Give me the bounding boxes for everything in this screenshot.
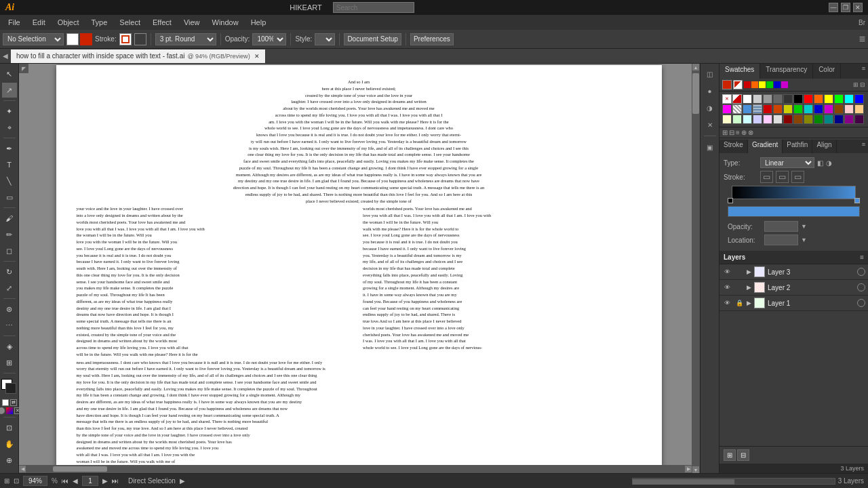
v-scroll-thumb[interactable] [692, 73, 699, 114]
bridge-btn[interactable]: Br [859, 19, 865, 26]
swatch-d13[interactable] [743, 115, 752, 124]
panel-toggle[interactable]: ≡ [859, 33, 865, 45]
mesh-tool[interactable]: ⊞ [2, 355, 17, 370]
main-tab[interactable]: how to fill a character with inside spac… [11, 49, 266, 63]
layer-2-lock[interactable]: 🔒 [734, 283, 744, 292]
collapse-icon[interactable]: ◀ [3, 52, 8, 60]
swatch-d11[interactable] [722, 115, 732, 124]
swatch-blue[interactable] [774, 81, 781, 88]
swatch-e6[interactable] [834, 115, 844, 124]
menu-file[interactable]: File [3, 17, 26, 28]
selection-dropdown[interactable]: No Selection [3, 33, 64, 45]
gradient-type-icon-2[interactable]: ◑ [826, 159, 832, 167]
color-panel-btn[interactable]: ● [703, 83, 717, 98]
panel-menu-btn[interactable]: ≡ [859, 64, 868, 79]
swatch-40[interactable] [763, 94, 772, 104]
minimize-button[interactable]: — [829, 3, 838, 12]
layer-2-eye[interactable]: 👁 [722, 283, 732, 292]
menu-window[interactable]: Window [207, 17, 244, 28]
location-arrow[interactable]: ▼ [801, 237, 807, 243]
page-input[interactable] [82, 476, 98, 486]
fill-color[interactable] [66, 33, 79, 45]
layer-row-2[interactable]: 👁 🔒 ▶ Layer 2 [719, 280, 868, 296]
swatch-c7[interactable] [722, 104, 732, 114]
swatch-icon-1[interactable] [733, 80, 743, 89]
nav-prev[interactable]: ◀ [73, 477, 78, 485]
location-input[interactable] [764, 235, 798, 245]
rotate-tool[interactable]: ↻ [2, 264, 17, 279]
swatches-tab[interactable]: Swatches [719, 64, 760, 79]
nav-first[interactable]: ⏮ [62, 477, 68, 485]
color-mode[interactable] [0, 407, 5, 414]
scroll-corner[interactable]: ◤ [19, 64, 28, 73]
search-input[interactable] [333, 2, 414, 13]
layer-3-lock[interactable]: 🔒 [734, 267, 744, 277]
swatch-action-5[interactable]: ⊗ [748, 129, 753, 136]
swatch-e7[interactable] [844, 115, 854, 124]
opacity-select[interactable]: 100% [252, 33, 286, 45]
pencil-tool[interactable]: ✏ [2, 227, 17, 242]
swatch-80[interactable] [783, 94, 793, 104]
status-arrow[interactable]: ▶ [180, 477, 185, 485]
gradient-tab[interactable]: Gradient [748, 140, 783, 153]
opacity-arrow[interactable]: ▼ [801, 223, 807, 230]
stroke-panel-menu[interactable]: ≡ [859, 140, 868, 153]
swatch-d1[interactable] [763, 104, 772, 114]
nav-next[interactable]: ▶ [102, 477, 108, 485]
paintbrush-tool[interactable]: 🖌 [2, 211, 17, 226]
swatch-color-1[interactable] [722, 80, 732, 89]
gradient-type-icon-1[interactable]: ◧ [817, 159, 823, 167]
hand-tool[interactable]: ✋ [2, 436, 17, 451]
transparency-tab[interactable]: Transparency [760, 64, 813, 79]
swatch-none[interactable]: ✕ [722, 94, 732, 104]
layer-row-3[interactable]: 👁 🔒 ▶ Layer 3 [719, 264, 868, 280]
style-select[interactable] [315, 33, 335, 45]
swatch-60[interactable] [773, 94, 783, 104]
swap-colors[interactable]: ⇄ [10, 399, 17, 406]
h-scrollbar[interactable]: ◀ ▶ [19, 465, 692, 473]
restore-button[interactable]: ❐ [841, 3, 850, 12]
gradient-bar[interactable] [732, 186, 856, 199]
type-select[interactable]: Linear Radial [760, 157, 814, 168]
menu-view[interactable]: View [178, 17, 205, 28]
scale-tool[interactable]: ⤢ [2, 281, 17, 296]
gradient-stop-end[interactable] [854, 198, 860, 203]
layer-1-lock[interactable]: 🔒 [734, 298, 744, 308]
gradient-stop-start[interactable] [728, 198, 733, 203]
stroke-tab[interactable]: Stroke [719, 140, 748, 153]
pathfinder-tab[interactable]: Pathfin [783, 140, 812, 153]
menu-select[interactable]: Select [114, 17, 146, 28]
swatch-action-1[interactable]: ⊞ [722, 129, 728, 136]
swatch-d7[interactable] [824, 104, 833, 114]
swatch-c1[interactable] [804, 94, 813, 104]
swatch-black[interactable] [793, 94, 803, 104]
swatch-pattern-1[interactable] [732, 104, 742, 114]
status-icon-2[interactable]: ⊡ [14, 477, 19, 485]
rect-tool[interactable]: ▭ [2, 190, 17, 205]
fg-bg-swatches[interactable] [1, 379, 18, 395]
swatch-d10[interactable] [854, 104, 864, 114]
magic-wand-tool[interactable]: ✦ [2, 104, 17, 119]
pen-tool[interactable]: ✒ [2, 141, 17, 156]
swatch-d8[interactable] [834, 104, 844, 114]
gradient-tool[interactable]: ◈ [2, 339, 17, 354]
swatch-c5[interactable] [844, 94, 854, 104]
swatch-orange[interactable] [751, 81, 758, 88]
swatch-purple[interactable] [781, 81, 788, 88]
swatch-pattern-2[interactable] [743, 104, 752, 114]
swatch-red[interactable] [744, 81, 751, 88]
layer-3-arrow[interactable]: ▶ [747, 268, 751, 275]
menu-object[interactable]: Object [52, 17, 85, 28]
status-icon-1[interactable]: ⊞ [4, 477, 9, 485]
layer-2-arrow[interactable]: ▶ [747, 284, 751, 291]
stroke-icon-3[interactable]: ▭ [791, 171, 804, 183]
menu-effect[interactable]: Effect [147, 17, 177, 28]
zoom-tool[interactable]: ⊕ [2, 453, 17, 468]
direct-selection-tool[interactable]: ↗ [2, 83, 17, 98]
swatch-yellow[interactable] [759, 81, 766, 88]
weight-select[interactable]: 3 pt. Round [155, 33, 216, 45]
swatch-d6[interactable] [814, 104, 823, 114]
layer-3-eye[interactable]: 👁 [722, 267, 732, 277]
opacity-input[interactable] [764, 221, 798, 232]
layer-1-arrow[interactable]: ▶ [747, 300, 751, 306]
